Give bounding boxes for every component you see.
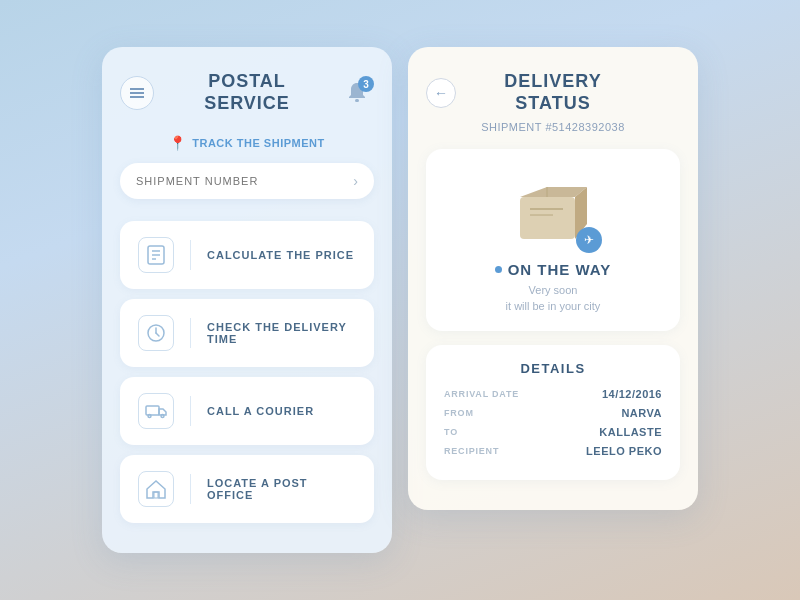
shipment-input[interactable]: [136, 175, 353, 187]
menu-item-delivery[interactable]: CHECK THE DELIVERY TIME: [120, 299, 374, 367]
svg-point-9: [148, 414, 151, 417]
delivery-status-title: DELIVERY STATUS: [426, 71, 680, 114]
svg-rect-8: [146, 406, 159, 415]
status-sub: Very soon it will be in your city: [506, 282, 601, 315]
search-bar[interactable]: ›: [120, 163, 374, 199]
plane-icon: ✈: [584, 233, 594, 247]
status-text: ON THE WAY: [508, 261, 612, 278]
menu-items-list: CALCULATE THE PRICE CHECK THE DELIVERY T…: [120, 221, 374, 523]
to-key: TO: [444, 427, 458, 437]
back-icon: ←: [434, 85, 448, 101]
left-header: POSTAL SERVICE 3: [120, 71, 374, 114]
track-label: TRACK THE SHIPMENT: [192, 137, 324, 149]
menu-icon: [130, 92, 144, 94]
item-divider: [190, 318, 191, 348]
back-button[interactable]: ←: [426, 78, 456, 108]
svg-rect-12: [520, 197, 575, 239]
detail-recipient: RECIPIENT LEELO PEKO: [444, 445, 662, 457]
status-row: ON THE WAY: [495, 261, 612, 278]
app-title: POSTAL SERVICE: [204, 71, 290, 114]
calc-svg: [146, 245, 166, 265]
calculate-icon: [138, 237, 174, 273]
svg-line-7: [156, 333, 159, 336]
item-divider: [190, 474, 191, 504]
postoffice-icon: [138, 471, 174, 507]
package-card: ✈ ON THE WAY Very soon it will be in you…: [426, 149, 680, 331]
track-section: 📍 TRACK THE SHIPMENT: [120, 135, 374, 151]
menu-button[interactable]: [120, 76, 154, 110]
detail-from: FROM NARVA: [444, 407, 662, 419]
menu-item-postoffice[interactable]: LOCATE A POST OFFICE: [120, 455, 374, 523]
search-arrow-icon: ›: [353, 173, 358, 189]
detail-arrival: ARRIVAL DATE 14/12/2016: [444, 388, 662, 400]
recipient-key: RECIPIENT: [444, 446, 499, 456]
item-divider: [190, 240, 191, 270]
calculate-label: CALCULATE THE PRICE: [207, 249, 354, 261]
plane-badge: ✈: [576, 227, 602, 253]
svg-point-10: [161, 414, 164, 417]
details-card: DETAILS ARRIVAL DATE 14/12/2016 FROM NAR…: [426, 345, 680, 480]
item-divider: [190, 396, 191, 426]
to-val: KALLASTE: [599, 426, 662, 438]
postoffice-label: LOCATE A POST OFFICE: [207, 477, 356, 501]
courier-label: CALL A COURIER: [207, 405, 314, 417]
delivery-label: CHECK THE DELIVERY TIME: [207, 321, 356, 345]
recipient-val: LEELO PEKO: [586, 445, 662, 457]
app-container: POSTAL SERVICE 3 📍 TRACK THE SHIPMENT ›: [102, 47, 698, 552]
pin-icon: 📍: [169, 135, 186, 151]
status-dot: [495, 266, 502, 273]
building-svg: [145, 479, 167, 499]
detail-to: TO KALLASTE: [444, 426, 662, 438]
svg-rect-11: [154, 492, 158, 498]
right-header: ← DELIVERY STATUS: [426, 71, 680, 114]
truck-svg: [145, 403, 167, 419]
clock-svg: [146, 323, 166, 343]
menu-item-calculate[interactable]: CALCULATE THE PRICE: [120, 221, 374, 289]
notification-button[interactable]: 3: [340, 76, 374, 110]
package-visual: ✈: [508, 169, 598, 249]
right-panel: ← DELIVERY STATUS SHIPMENT #51428392038: [408, 47, 698, 509]
from-val: NARVA: [621, 407, 662, 419]
courier-icon: [138, 393, 174, 429]
delivery-time-icon: [138, 315, 174, 351]
details-title: DETAILS: [444, 361, 662, 376]
svg-rect-0: [355, 99, 359, 102]
arrival-key: ARRIVAL DATE: [444, 389, 519, 399]
from-key: FROM: [444, 408, 474, 418]
menu-item-courier[interactable]: CALL A COURIER: [120, 377, 374, 445]
shipment-number: SHIPMENT #51428392038: [426, 121, 680, 133]
left-panel: POSTAL SERVICE 3 📍 TRACK THE SHIPMENT ›: [102, 47, 392, 552]
notification-badge: 3: [358, 76, 374, 92]
arrival-val: 14/12/2016: [602, 388, 662, 400]
